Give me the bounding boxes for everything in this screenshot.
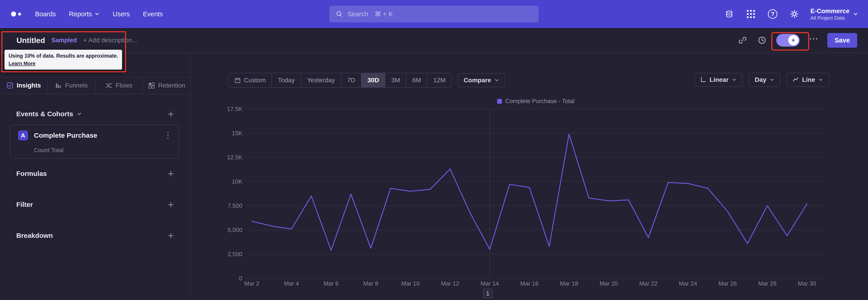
settings-gear-icon[interactable] [789,8,800,20]
search-icon [336,10,343,18]
svg-text:Mar 26: Mar 26 [719,280,737,287]
svg-text:Mar 14: Mar 14 [480,280,499,287]
add-filter-button[interactable]: + [168,200,174,210]
range-today[interactable]: Today [272,73,301,87]
svg-text:Mar 12: Mar 12 [441,280,459,287]
top-nav: Boards Reports Users Events Search ⌘ + K… [0,0,868,28]
data-icon[interactable] [723,8,735,20]
granularity-selector[interactable]: Day [749,73,780,87]
add-breakdown-button[interactable]: + [168,230,174,241]
range-12m[interactable]: 12M [427,73,452,87]
svg-text:17.5K: 17.5K [227,106,243,112]
event-letter-badge: A [18,130,28,140]
chevron-down-icon [770,77,774,82]
range-6m[interactable]: 6M [406,73,427,87]
svg-text:Mar 6: Mar 6 [324,280,339,287]
svg-text:7,500: 7,500 [228,202,242,209]
save-button[interactable]: Save [827,33,857,48]
tab-insights[interactable]: Insights [0,77,47,94]
apps-grid-icon[interactable] [745,8,756,20]
main-nav: Boards Reports Users Events [35,10,163,18]
search-shortcut: ⌘ + K [375,10,393,18]
line-chart[interactable]: 02,5005,0007,50010K12.5K15K17.5KMar 2Mar… [215,103,832,291]
tooltip-text: Using 10% of data. Results are approxima… [8,53,118,59]
date-range-segmented-control: Custom Today Yesterday 7D 30D 3M 6M 12M [228,73,452,88]
range-3m[interactable]: 3M [385,73,406,87]
svg-text:Mar 18: Mar 18 [560,280,578,287]
svg-text:Mar 8: Mar 8 [363,280,378,287]
sampling-toggle[interactable] [776,34,800,47]
tab-funnels[interactable]: Funnels [47,77,95,94]
range-custom[interactable]: Custom [228,73,272,87]
svg-text:Mar 4: Mar 4 [284,280,299,287]
chevron-down-icon [818,77,823,82]
chart-panel: Custom Today Yesterday 7D 30D 3M 6M 12M … [191,53,868,300]
svg-text:5,000: 5,000 [228,227,242,233]
range-yesterday[interactable]: Yesterday [301,73,341,87]
copy-link-icon[interactable] [737,35,748,46]
formulas-section: Formulas + [0,167,190,181]
scale-selector[interactable]: Linear [694,73,743,87]
svg-text:0: 0 [239,275,242,282]
svg-text:2,500: 2,500 [228,251,242,258]
retention-icon [148,82,155,89]
sampling-tooltip: Using 10% of data. Results are approxima… [4,50,122,70]
sampled-badge[interactable]: Sampled [52,37,77,44]
tab-flows[interactable]: Flows [95,77,143,94]
nav-item-events[interactable]: Events [143,10,163,18]
history-clock-icon[interactable] [757,35,767,46]
range-7d[interactable]: 7D [341,73,361,87]
event-name[interactable]: Complete Purchase [34,131,97,139]
learn-more-link[interactable]: Learn More [8,61,35,66]
chevron-down-icon [853,11,858,17]
breakdown-section: Breakdown + [0,228,190,243]
search-input[interactable]: Search ⌘ + K [329,6,539,22]
linear-axes-icon [700,77,706,83]
svg-text:Mar 20: Mar 20 [599,280,618,287]
tab-retention[interactable]: Retention [143,77,190,94]
project-name: E-Commerce [810,7,849,15]
help-icon[interactable]: ? [767,8,778,20]
lightning-bolt-icon [790,37,796,43]
insights-icon [6,82,13,89]
app-logo[interactable] [11,11,21,17]
legend-swatch [497,99,502,104]
nav-item-reports[interactable]: Reports [69,10,100,18]
chevron-down-icon [732,77,737,82]
event-card[interactable]: A Complete Purchase ⋮ Count Total [10,125,179,159]
range-30d[interactable]: 30D [361,73,385,87]
svg-text:Mar 30: Mar 30 [798,280,816,287]
chart-type-selector[interactable]: Line [786,73,829,87]
event-menu-button[interactable]: ⋮ [164,130,172,140]
svg-text:Mar 28: Mar 28 [758,280,776,287]
add-description[interactable]: + Add description... [83,37,137,44]
more-options-button[interactable]: ⋯ [809,34,818,47]
svg-text:Mar 16: Mar 16 [520,280,539,287]
project-selector[interactable]: E-Commerce All Project Data [810,7,858,21]
report-title[interactable]: Untitled [17,36,45,45]
logo-dot-icon [18,13,21,16]
event-measurement[interactable]: Count Total [34,147,64,154]
line-chart-icon [793,77,799,83]
query-sidebar: Insights Funnels Flows Retention Events … [0,53,191,300]
page-indicator[interactable]: 1 [483,289,493,298]
chevron-down-icon [77,112,82,116]
svg-text:15K: 15K [232,130,243,137]
nav-item-boards[interactable]: Boards [35,10,56,18]
content: Insights Funnels Flows Retention Events … [0,53,868,300]
add-formula-button[interactable]: + [168,169,174,179]
nav-item-users[interactable]: Users [113,10,130,18]
report-type-tabs: Insights Funnels Flows Retention [0,77,190,94]
filter-section: Filter + [0,198,190,212]
svg-text:12.5K: 12.5K [227,154,243,161]
svg-text:Mar 22: Mar 22 [639,280,657,287]
events-cohorts-toggle[interactable]: Events & Cohorts [16,110,82,118]
toggle-knob [788,35,799,46]
logo-dot-icon [11,11,16,17]
compare-button[interactable]: Compare [458,73,505,87]
svg-text:Mar 2: Mar 2 [244,280,259,287]
add-event-button[interactable]: + [168,109,174,119]
funnels-icon [55,82,62,89]
flows-icon [105,82,113,89]
chevron-down-icon [494,78,499,83]
